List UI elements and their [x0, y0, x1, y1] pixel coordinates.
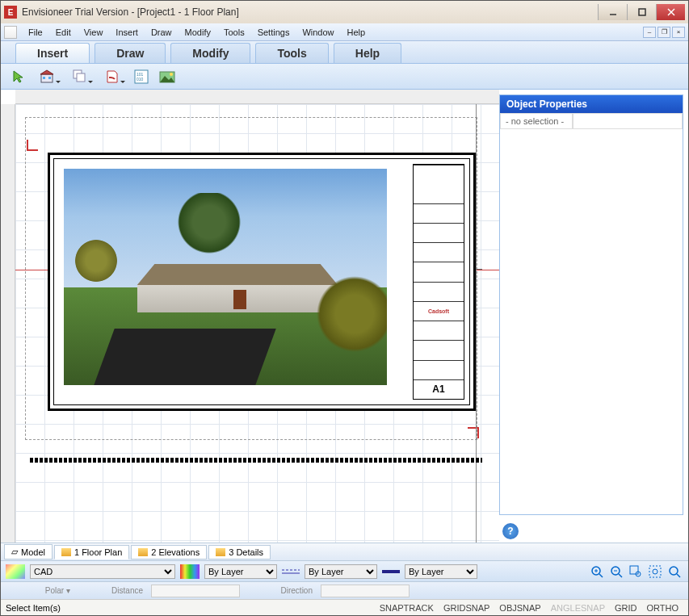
tab-label: 2 Elevations [151, 547, 200, 557]
color-swatch-icon[interactable] [180, 564, 200, 579]
svg-marker-4 [14, 71, 23, 82]
svg-marker-6 [40, 70, 53, 74]
titleblock-cell [414, 223, 464, 242]
snap-objsnap[interactable]: OBJSNAP [494, 603, 545, 613]
drawing-canvas[interactable]: Cadsoft A1 [1, 90, 499, 543]
svg-point-31 [670, 567, 678, 575]
direction-input[interactable] [321, 585, 410, 597]
crop-mark [27, 140, 38, 151]
ribbon-tab-modify[interactable]: Modify [170, 43, 250, 63]
pdf-tool[interactable] [98, 66, 127, 87]
svg-rect-10 [77, 73, 85, 82]
grid: Cadsoft A1 [15, 104, 499, 543]
building-tool[interactable] [33, 66, 62, 87]
menu-help[interactable]: Help [341, 26, 372, 39]
drawing-sheet: Cadsoft A1 [48, 153, 476, 411]
zoom-out-button[interactable] [607, 564, 625, 580]
tree-icon [177, 193, 242, 266]
layer-select[interactable]: CAD [30, 564, 175, 579]
ruler-horizontal [15, 90, 499, 104]
zoom-window-button[interactable] [627, 564, 645, 580]
property-bar: CAD By Layer By Layer By Layer [1, 560, 688, 581]
coordinate-bar: Polar ▾ Distance Direction [1, 581, 688, 599]
svg-rect-27 [630, 566, 638, 574]
dropdown-arrow-icon [120, 81, 125, 86]
snap-snaptrack[interactable]: SNAPTRACK [375, 603, 439, 613]
color-select[interactable]: By Layer [204, 564, 277, 579]
select-tool[interactable] [7, 66, 30, 87]
model-icon: ▱ [11, 547, 18, 557]
svg-rect-29 [649, 566, 661, 577]
tab-model[interactable]: ▱ Model [4, 544, 53, 559]
tab-floor-plan[interactable]: 1 Floor Plan [54, 545, 129, 559]
layer-swatch-icon[interactable] [6, 564, 25, 579]
object-properties-panel: Object Properties - no selection - [499, 94, 683, 515]
ribbon-tab-help[interactable]: Help [334, 43, 401, 63]
dropdown-arrow-icon [88, 81, 93, 86]
zoom-in-button[interactable] [588, 564, 606, 580]
document-icon [4, 26, 17, 39]
statusbar: Select Item(s) SNAPTRACK GRIDSNAP OBJSNA… [1, 599, 688, 615]
direction-label: Direction [248, 586, 313, 595]
snap-gridsnap[interactable]: GRIDSNAP [439, 603, 494, 613]
lineweight-select[interactable]: By Layer [405, 564, 477, 579]
tab-elevations[interactable]: 2 Elevations [131, 545, 207, 559]
close-button[interactable] [656, 4, 685, 20]
mdi-minimize-button[interactable]: – [643, 27, 656, 38]
copy-tool[interactable] [65, 66, 95, 87]
app-icon: E [4, 6, 17, 19]
status-text: Select Item(s) [6, 603, 375, 613]
tree-icon [72, 237, 120, 285]
binary-tool[interactable]: 101010 [130, 66, 153, 87]
menu-insert[interactable]: Insert [109, 26, 145, 39]
ruler-vertical [1, 104, 15, 543]
lineweight-icon [382, 567, 400, 576]
menu-draw[interactable]: Draw [145, 26, 179, 39]
menu-edit[interactable]: Edit [49, 26, 78, 39]
titlebar: E Envisioneer Trial Version - [Project1 … [1, 1, 688, 23]
menu-window[interactable]: Window [296, 26, 340, 39]
sheet-border: Cadsoft A1 [53, 158, 470, 405]
menu-file[interactable]: File [22, 26, 49, 39]
image-tool[interactable] [156, 66, 179, 87]
titleblock-cell [414, 242, 464, 262]
svg-line-32 [677, 574, 680, 577]
toolbar: 101010 [1, 64, 688, 90]
minimize-button[interactable] [598, 4, 627, 20]
ribbon-tabs: Insert Draw Modify Tools Help [1, 41, 688, 64]
zoom-realtime-button[interactable] [666, 564, 683, 580]
snap-anglesnap[interactable]: ANGLESNAP [546, 603, 610, 613]
polar-mode-label[interactable]: Polar ▾ [6, 586, 70, 595]
linetype-select[interactable]: By Layer [305, 564, 377, 579]
svg-rect-7 [43, 77, 45, 79]
tab-label: 1 Floor Plan [74, 547, 122, 557]
menu-settings[interactable]: Settings [251, 26, 296, 39]
main-area: Cadsoft A1 Object Properties - no [1, 90, 688, 543]
mdi-close-button[interactable]: × [672, 27, 685, 38]
snap-ortho[interactable]: ORTHO [641, 603, 683, 613]
window-title: Envisioneer Trial Version - [Project1 - … [22, 6, 598, 18]
titleblock-cell [414, 165, 464, 203]
svg-point-15 [170, 73, 173, 76]
distance-input[interactable] [151, 585, 240, 597]
help-button[interactable]: ? [502, 523, 519, 539]
ribbon-tab-insert[interactable]: Insert [15, 43, 90, 63]
zoom-extents-button[interactable] [646, 564, 664, 580]
dropdown-arrow-icon [56, 81, 61, 86]
maximize-button[interactable] [627, 4, 656, 20]
snap-grid[interactable]: GRID [610, 603, 642, 613]
ribbon-tab-tools[interactable]: Tools [255, 43, 328, 63]
tab-details[interactable]: 3 Details [208, 545, 271, 559]
folder-icon [216, 548, 225, 556]
crop-mark [468, 427, 479, 438]
panel-header: Object Properties [500, 95, 683, 113]
menu-view[interactable]: View [78, 26, 110, 39]
mdi-restore-button[interactable]: ❐ [657, 27, 670, 38]
menu-modify[interactable]: Modify [179, 26, 217, 39]
menu-tools[interactable]: Tools [217, 26, 251, 39]
titleblock-cell [414, 340, 464, 359]
ribbon-tab-draw[interactable]: Draw [95, 43, 166, 63]
titleblock-cell [414, 321, 464, 340]
tab-label: 3 Details [229, 547, 263, 557]
3d-view [64, 169, 387, 385]
